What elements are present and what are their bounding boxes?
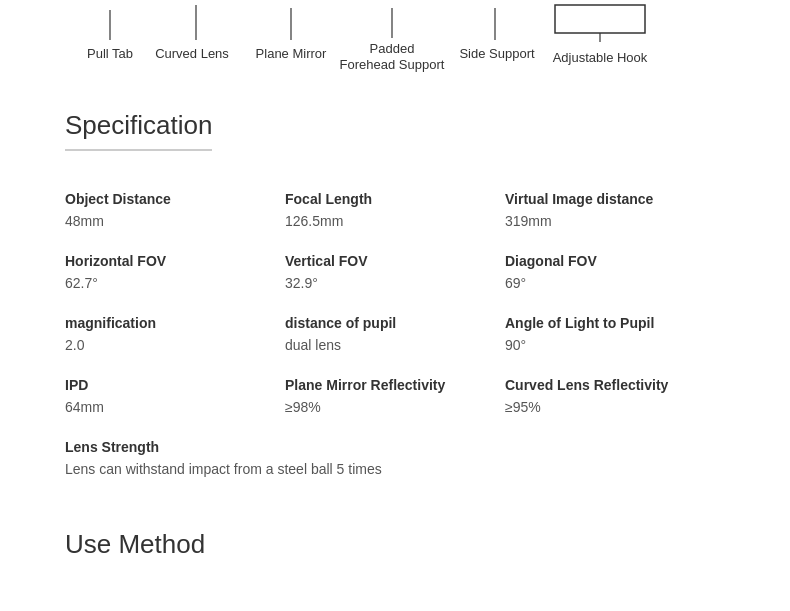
svg-text:Forehead Support: Forehead Support <box>340 57 445 72</box>
spec-value-lens-strength: Lens can withstand impact from a steel b… <box>65 461 715 477</box>
spec-cell-ipd: IPD 64mm <box>65 365 285 427</box>
use-method-section: Use Method <box>0 519 790 570</box>
specification-section: Specification Object Distance 48mm Focal… <box>0 100 790 519</box>
use-method-title: Use Method <box>65 529 205 560</box>
specification-title: Specification <box>65 110 212 151</box>
spec-name-vfov: Vertical FOV <box>285 253 495 269</box>
spec-cell-object-distance: Object Distance 48mm <box>65 179 285 241</box>
spec-name-focal-length: Focal Length <box>285 191 495 207</box>
spec-value-magnification: 2.0 <box>65 337 275 353</box>
svg-text:Curved Lens: Curved Lens <box>155 46 229 61</box>
spec-name-plane-reflectivity: Plane Mirror Reflectivity <box>285 377 495 393</box>
spec-value-hfov: 62.7° <box>65 275 275 291</box>
svg-text:Pull Tab: Pull Tab <box>87 46 133 61</box>
spec-cell-angle-light: Angle of Light to Pupil 90° <box>505 303 725 365</box>
spec-name-pupil-distance: distance of pupil <box>285 315 495 331</box>
svg-text:Adjustable Hook: Adjustable Hook <box>553 50 648 65</box>
spec-cell-dfov: Diagonal FOV 69° <box>505 241 725 303</box>
spec-name-virtual-image: Virtual Image distance <box>505 191 715 207</box>
spec-value-ipd: 64mm <box>65 399 275 415</box>
spec-name-dfov: Diagonal FOV <box>505 253 715 269</box>
spec-name-ipd: IPD <box>65 377 275 393</box>
spec-cell-virtual-image: Virtual Image distance 319mm <box>505 179 725 241</box>
spec-grid: Object Distance 48mm Focal Length 126.5m… <box>65 179 725 489</box>
spec-name-lens-strength: Lens Strength <box>65 439 715 455</box>
spec-value-curved-reflectivity: ≥95% <box>505 399 715 415</box>
svg-rect-5 <box>555 5 645 33</box>
spec-value-object-distance: 48mm <box>65 213 275 229</box>
spec-value-plane-reflectivity: ≥98% <box>285 399 495 415</box>
svg-text:Plane Mirror: Plane Mirror <box>256 46 327 61</box>
spec-cell-hfov: Horizontal FOV 62.7° <box>65 241 285 303</box>
spec-value-vfov: 32.9° <box>285 275 495 291</box>
parts-diagram: Pull Tab Curved Lens Plane Mirror Padded… <box>0 0 790 100</box>
spec-value-dfov: 69° <box>505 275 715 291</box>
spec-name-magnification: magnification <box>65 315 275 331</box>
spec-name-curved-reflectivity: Curved Lens Reflectivity <box>505 377 715 393</box>
spec-cell-magnification: magnification 2.0 <box>65 303 285 365</box>
spec-cell-lens-strength: Lens Strength Lens can withstand impact … <box>65 427 725 489</box>
spec-cell-pupil-distance: distance of pupil dual lens <box>285 303 505 365</box>
spec-value-angle-light: 90° <box>505 337 715 353</box>
spec-value-pupil-distance: dual lens <box>285 337 495 353</box>
spec-cell-vfov: Vertical FOV 32.9° <box>285 241 505 303</box>
spec-name-object-distance: Object Distance <box>65 191 275 207</box>
spec-value-virtual-image: 319mm <box>505 213 715 229</box>
spec-cell-plane-reflectivity: Plane Mirror Reflectivity ≥98% <box>285 365 505 427</box>
svg-text:Side Support: Side Support <box>459 46 535 61</box>
spec-name-angle-light: Angle of Light to Pupil <box>505 315 715 331</box>
svg-text:Padded: Padded <box>370 41 415 56</box>
spec-name-hfov: Horizontal FOV <box>65 253 275 269</box>
spec-cell-curved-reflectivity: Curved Lens Reflectivity ≥95% <box>505 365 725 427</box>
spec-cell-focal-length: Focal Length 126.5mm <box>285 179 505 241</box>
spec-value-focal-length: 126.5mm <box>285 213 495 229</box>
